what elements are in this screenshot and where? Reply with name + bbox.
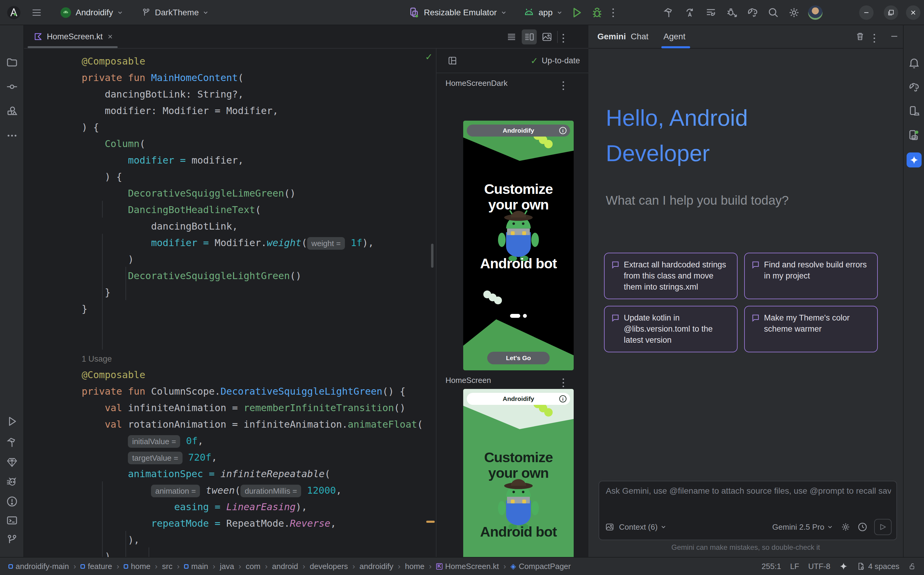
- attach-debugger-button[interactable]: [726, 0, 738, 25]
- run-config-selector[interactable]: app: [523, 0, 563, 25]
- preview-light-menu-button[interactable]: [563, 376, 564, 387]
- suggestion-card-update-kotlin[interactable]: Update kotlin in @libs.version.toml to t…: [604, 306, 738, 352]
- breadcrumb-main[interactable]: main: [184, 562, 208, 571]
- debug-button[interactable]: [591, 0, 603, 25]
- gradle-toolwindow-button[interactable]: [908, 81, 921, 94]
- tab-chat[interactable]: Chat: [631, 32, 649, 41]
- vcs-branch-widget[interactable]: DarkTheme: [141, 0, 209, 25]
- info-icon[interactable]: i: [559, 395, 566, 402]
- project-widget[interactable]: Androidify: [59, 0, 123, 25]
- terminal-toolwindow-button[interactable]: [6, 515, 18, 526]
- view-design-button[interactable]: [542, 32, 552, 42]
- suggestion-card-build-errors[interactable]: Find and resolve build errors in my proj…: [744, 253, 878, 299]
- gemini-more-options-button[interactable]: [873, 31, 884, 42]
- device-selector[interactable]: Resizable Emulator: [408, 0, 507, 25]
- breadcrumb-HomeScreen.kt[interactable]: KHomeScreen.kt: [436, 562, 499, 571]
- breadcrumb-CompactPager[interactable]: ◈CompactPager: [511, 562, 571, 571]
- tab-agent[interactable]: Agent: [663, 32, 685, 41]
- logcat-toolwindow-button[interactable]: [6, 476, 18, 488]
- running-devices-toolwindow-button[interactable]: [908, 129, 921, 141]
- hide-panel-button[interactable]: [889, 31, 900, 42]
- suggestion-card-theme-warmer[interactable]: Make my Theme's color scheme warmer: [744, 306, 878, 352]
- more-run-actions-button[interactable]: [612, 0, 614, 25]
- problems-toolwindow-button[interactable]: [6, 496, 18, 507]
- settings-button[interactable]: [788, 0, 800, 25]
- view-split-button[interactable]: [522, 29, 537, 44]
- send-button[interactable]: [874, 519, 892, 535]
- prompt-bubble-icon: [611, 314, 620, 322]
- gemini-input-box[interactable]: Ask Gemini, use @filename to attach sour…: [599, 481, 897, 540]
- build-variants-button[interactable]: [705, 0, 717, 25]
- build-button[interactable]: [663, 0, 675, 25]
- run-button[interactable]: [570, 0, 583, 25]
- editor-area: HomeScreen.kt @Composableprivate fun Mai…: [24, 25, 588, 557]
- breadcrumb-java[interactable]: java: [220, 562, 234, 571]
- commit-toolwindow-button[interactable]: [6, 81, 18, 93]
- info-icon[interactable]: i: [559, 127, 566, 134]
- gradle-sync-icon[interactable]: [746, 0, 759, 25]
- main-menu-button[interactable]: [31, 0, 42, 25]
- breadcrumb-feature[interactable]: feature: [80, 562, 112, 571]
- code-content[interactable]: @Composableprivate fun MainHomeContent( …: [82, 53, 423, 557]
- breadcrumb-src[interactable]: src: [162, 562, 173, 571]
- window-minimize-button[interactable]: [859, 0, 873, 25]
- active-tab-indicator: [28, 46, 118, 48]
- resource-manager-toolwindow-button[interactable]: [6, 105, 18, 117]
- device-manager-toolwindow-button[interactable]: [908, 105, 921, 118]
- avatar[interactable]: [808, 0, 822, 25]
- breadcrumb-home[interactable]: home: [124, 562, 150, 571]
- preview-name-light[interactable]: HomeScreen: [445, 376, 491, 385]
- more-toolwindows-button[interactable]: [6, 130, 18, 141]
- breadcrumb-androidify-main[interactable]: androidify-main: [8, 562, 69, 571]
- model-selector[interactable]: Gemini 2.5 Pro: [772, 523, 824, 532]
- code-editor[interactable]: @Composableprivate fun MainHomeContent( …: [24, 49, 436, 557]
- breadcrumb-separator: ›: [265, 562, 268, 571]
- editor-scrollbar[interactable]: [431, 244, 434, 268]
- view-code-button[interactable]: [506, 32, 517, 42]
- encoding[interactable]: UTF-8: [808, 562, 830, 571]
- preview-homescreen[interactable]: Androidify i Customize your own: [463, 389, 574, 575]
- search-everywhere-button[interactable]: [767, 0, 779, 25]
- app-quality-insights-toolwindow-button[interactable]: [6, 456, 18, 469]
- breadcrumb-androidify[interactable]: androidify: [359, 562, 394, 571]
- run-toolwindow-button[interactable]: [6, 415, 18, 427]
- code-line: ) {: [82, 168, 423, 185]
- preview-name-dark[interactable]: HomeScreenDark: [445, 79, 507, 88]
- prompt-bubble-icon: [611, 260, 620, 269]
- cursor-position[interactable]: 255:1: [762, 562, 781, 571]
- breadcrumb-developers[interactable]: developers: [310, 562, 348, 571]
- close-icon[interactable]: [107, 33, 113, 40]
- attach-image-icon[interactable]: [605, 523, 614, 532]
- breadcrumb-com[interactable]: com: [246, 562, 261, 571]
- gemini-toolwindow-button[interactable]: [907, 152, 922, 167]
- indent-config[interactable]: 4 spaces: [857, 562, 899, 571]
- window-close-button[interactable]: [906, 0, 921, 25]
- version-control-toolwindow-button[interactable]: [6, 534, 18, 546]
- breadcrumb-home[interactable]: home: [405, 562, 425, 571]
- unlock-icon[interactable]: [908, 562, 916, 570]
- ai-star-icon[interactable]: [839, 562, 848, 570]
- inspection-ok-icon[interactable]: ✓: [425, 52, 433, 62]
- build-toolwindow-button[interactable]: [6, 436, 18, 448]
- apply-changes-button[interactable]: [684, 0, 696, 25]
- gemini-settings-button[interactable]: [841, 522, 851, 532]
- history-button[interactable]: [857, 522, 868, 532]
- phone-headline-3: Android bot: [463, 523, 574, 540]
- preview-dark-menu-button[interactable]: [563, 79, 564, 90]
- clear-chat-button[interactable]: [855, 31, 866, 42]
- breadcrumb-android[interactable]: android: [272, 562, 298, 571]
- suggestion-card-extract-strings[interactable]: Extract all hardcoded strings from this …: [604, 253, 738, 299]
- tab-homescreen-kt[interactable]: HomeScreen.kt: [28, 25, 119, 48]
- android-head-icon: [523, 6, 535, 19]
- preview-layout-button[interactable]: [447, 56, 458, 66]
- lets-go-button[interactable]: Let's Go: [487, 352, 550, 364]
- context-dropdown[interactable]: Context (6): [619, 523, 658, 532]
- code-line: targetValue = 720f,: [82, 449, 423, 466]
- editor-more-options-button[interactable]: [563, 31, 564, 43]
- preview-homescreendark[interactable]: Androidify i Customize your own: [463, 121, 574, 370]
- project-toolwindow-button[interactable]: [6, 56, 18, 68]
- window-maximize-button[interactable]: [884, 0, 898, 25]
- line-ending[interactable]: LF: [790, 562, 799, 571]
- module-icon: [8, 564, 13, 569]
- notifications-button[interactable]: [908, 56, 921, 69]
